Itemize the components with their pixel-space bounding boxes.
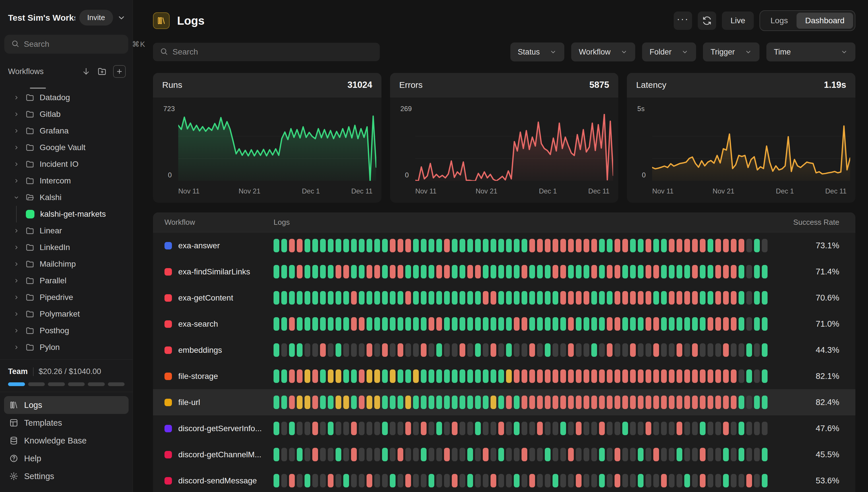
log-bar[interactable]	[320, 422, 326, 435]
log-bar[interactable]	[343, 291, 349, 304]
log-bar[interactable]	[708, 448, 713, 461]
log-bar[interactable]	[506, 291, 512, 304]
log-bar[interactable]	[615, 291, 620, 304]
log-bar[interactable]	[374, 396, 380, 409]
log-bar[interactable]	[304, 422, 310, 435]
log-bar[interactable]	[498, 396, 504, 409]
log-bar[interactable]	[460, 291, 465, 304]
log-bar[interactable]	[320, 448, 326, 461]
log-bar[interactable]	[545, 422, 550, 435]
log-bar[interactable]	[661, 343, 667, 357]
log-bar[interactable]	[700, 239, 705, 252]
log-bar[interactable]	[382, 265, 388, 278]
log-bar[interactable]	[615, 265, 620, 278]
log-bar[interactable]	[653, 317, 659, 331]
log-bar[interactable]	[584, 265, 589, 278]
workspace-name[interactable]: Test Sim's Works...	[8, 13, 75, 23]
log-bar[interactable]	[723, 396, 729, 409]
log-bar[interactable]	[653, 448, 659, 461]
log-bar[interactable]	[281, 474, 287, 487]
table-row-file-storage[interactable]: file-storage82.1%	[153, 363, 855, 389]
log-bar[interactable]	[312, 396, 318, 409]
log-bar[interactable]	[475, 317, 481, 331]
log-bar[interactable]	[723, 369, 729, 383]
log-bar[interactable]	[591, 265, 597, 278]
log-bar[interactable]	[312, 448, 318, 461]
log-bar[interactable]	[607, 265, 613, 278]
log-bar[interactable]	[545, 369, 550, 383]
log-bar[interactable]	[522, 317, 527, 331]
log-bar[interactable]	[708, 343, 713, 357]
workflow-item-kalshi-get-markets[interactable]: kalshi-get-markets	[13, 206, 130, 222]
log-bar[interactable]	[746, 291, 752, 304]
log-bar[interactable]	[746, 317, 752, 331]
log-bar[interactable]	[622, 448, 628, 461]
log-bar[interactable]	[297, 369, 302, 383]
log-bar[interactable]	[297, 291, 302, 304]
log-bar[interactable]	[336, 448, 341, 461]
log-bar[interactable]	[684, 291, 690, 304]
log-bar[interactable]	[390, 422, 396, 435]
log-bar[interactable]	[452, 422, 457, 435]
log-bar[interactable]	[398, 396, 403, 409]
log-bar[interactable]	[638, 369, 644, 383]
log-bar[interactable]	[537, 369, 543, 383]
log-bar[interactable]	[498, 422, 504, 435]
folder-item-datadog[interactable]: Datadog	[13, 89, 130, 106]
log-bar[interactable]	[684, 448, 690, 461]
log-bar[interactable]	[700, 369, 705, 383]
log-bar[interactable]	[514, 291, 520, 304]
log-bar[interactable]	[475, 422, 481, 435]
log-bar[interactable]	[367, 422, 372, 435]
log-bar[interactable]	[351, 369, 357, 383]
log-bar[interactable]	[444, 422, 450, 435]
log-bar[interactable]	[591, 291, 597, 304]
log-bar[interactable]	[576, 369, 581, 383]
log-bar[interactable]	[746, 474, 752, 487]
log-bar[interactable]	[320, 474, 326, 487]
log-bar[interactable]	[584, 317, 589, 331]
log-bar[interactable]	[367, 474, 372, 487]
log-bar[interactable]	[390, 291, 396, 304]
log-bar[interactable]	[715, 422, 721, 435]
log-bar[interactable]	[576, 291, 581, 304]
table-row-exa-search[interactable]: exa-search71.0%	[153, 311, 855, 337]
log-bar[interactable]	[723, 474, 729, 487]
log-bar[interactable]	[374, 317, 380, 331]
log-bar[interactable]	[398, 474, 403, 487]
log-bar[interactable]	[615, 422, 620, 435]
log-bar[interactable]	[491, 239, 496, 252]
log-bar[interactable]	[452, 265, 457, 278]
log-bar[interactable]	[398, 291, 403, 304]
sidebar-item-settings[interactable]: Settings	[4, 467, 129, 485]
log-bar[interactable]	[754, 448, 760, 461]
log-bar[interactable]	[444, 474, 450, 487]
log-bar[interactable]	[584, 291, 589, 304]
log-bar[interactable]	[754, 343, 760, 357]
log-bar[interactable]	[560, 343, 566, 357]
log-bar[interactable]	[545, 343, 550, 357]
log-bar[interactable]	[312, 239, 318, 252]
log-bar[interactable]	[428, 369, 434, 383]
log-bar[interactable]	[475, 265, 481, 278]
log-bar[interactable]	[560, 239, 566, 252]
log-bar[interactable]	[723, 239, 729, 252]
log-bar[interactable]	[676, 474, 682, 487]
log-bar[interactable]	[274, 474, 279, 487]
log-bar[interactable]	[560, 448, 566, 461]
log-bar[interactable]	[676, 369, 682, 383]
log-bar[interactable]	[413, 448, 419, 461]
log-bar[interactable]	[413, 291, 419, 304]
log-bar[interactable]	[274, 239, 279, 252]
log-bar[interactable]	[436, 291, 442, 304]
log-bar[interactable]	[630, 239, 636, 252]
log-bar[interactable]	[304, 265, 310, 278]
log-bar[interactable]	[367, 448, 372, 461]
log-bar[interactable]	[421, 369, 426, 383]
log-bar[interactable]	[669, 265, 674, 278]
log-bar[interactable]	[506, 396, 512, 409]
log-bar[interactable]	[692, 265, 698, 278]
log-bar[interactable]	[421, 291, 426, 304]
log-bar[interactable]	[646, 265, 651, 278]
log-bar[interactable]	[607, 317, 613, 331]
